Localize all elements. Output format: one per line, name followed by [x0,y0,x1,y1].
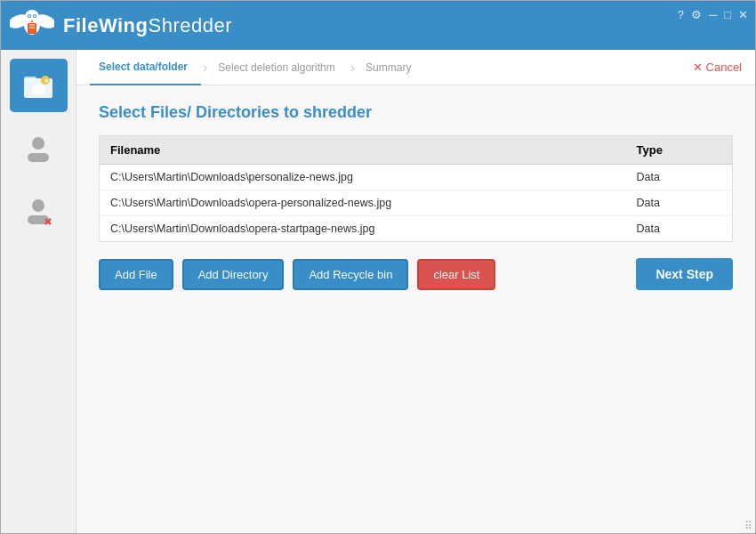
close-x-icon: ✕ [693,61,703,74]
sidebar-item-account[interactable] [10,121,68,174]
file-table-body: C:\Users\Martin\Downloads\personalize-ne… [100,165,733,242]
file-path: C:\Users\Martin\Downloads\opera-startpag… [100,216,626,242]
sidebar-item-folder[interactable]: ★ [10,59,68,112]
content-area: Select data/folder › Select deletion alg… [76,50,755,534]
cancel-button[interactable]: ✕ Cancel [693,61,742,74]
svg-point-17 [32,137,44,150]
page-heading: Select Files/ Directories to shredder [99,103,733,122]
svg-text:★: ★ [44,77,50,84]
window-controls: ? ⚙ ─ □ ✕ [678,8,748,21]
next-step-button[interactable]: Next Step [636,258,733,290]
maximize-icon[interactable]: □ [724,8,731,21]
file-type: Data [626,165,733,190]
clear-list-button[interactable]: clear List [417,259,495,290]
table-row: C:\Users\Martin\Downloads\personalize-ne… [100,165,733,190]
file-path: C:\Users\Martin\Downloads\opera-personal… [100,190,626,216]
add-directory-button[interactable]: Add Directory [182,259,285,290]
step-separator-1: › [203,60,207,76]
table-row: C:\Users\Martin\Downloads\opera-startpag… [100,216,733,242]
main-layout: ★ Select data/folder › S [1,50,755,534]
steps-bar: Select data/folder › Select deletion alg… [76,50,755,85]
step-deletion-algorithm[interactable]: Select deletion algorithm [209,50,348,85]
sidebar: ★ [1,50,76,534]
col-filename-header: Filename [100,136,626,165]
action-buttons: Add File Add Directory Add Recycle bin c… [99,258,733,290]
add-file-button[interactable]: Add File [99,259,173,290]
svg-rect-13 [24,77,36,81]
add-recycle-button[interactable]: Add Recycle bin [293,259,408,290]
title-bar: FileWingShredder ? ⚙ ─ □ ✕ [1,1,755,50]
close-icon[interactable]: ✕ [738,8,748,21]
table-row: C:\Users\Martin\Downloads\opera-personal… [100,190,733,216]
svg-point-19 [32,199,44,212]
resize-handle: ⠿ [744,520,752,532]
file-path: C:\Users\Martin\Downloads\personalize-ne… [100,165,626,190]
step-summary[interactable]: Summary [357,50,424,85]
steps-navigation: Select data/folder › Select deletion alg… [90,50,424,85]
file-table: Filename Type C:\Users\Martin\Downloads\… [99,135,733,242]
page-body: Select Files/ Directories to shredder Fi… [76,85,755,534]
svg-point-6 [28,15,30,17]
minimize-icon[interactable]: ─ [709,8,717,21]
svg-marker-14 [31,85,45,94]
svg-rect-18 [28,153,49,162]
step-select-data[interactable]: Select data/folder [90,50,201,85]
sidebar-item-remove-account[interactable] [10,183,68,237]
app-title: FileWingShredder [63,14,232,37]
col-type-header: Type [626,136,733,165]
app-logo [10,5,54,45]
help-icon[interactable]: ? [678,8,684,21]
svg-point-7 [34,15,36,17]
file-type: Data [626,190,733,216]
file-type: Data [626,216,733,242]
step-separator-2: › [350,60,355,76]
settings-icon[interactable]: ⚙ [691,8,702,21]
